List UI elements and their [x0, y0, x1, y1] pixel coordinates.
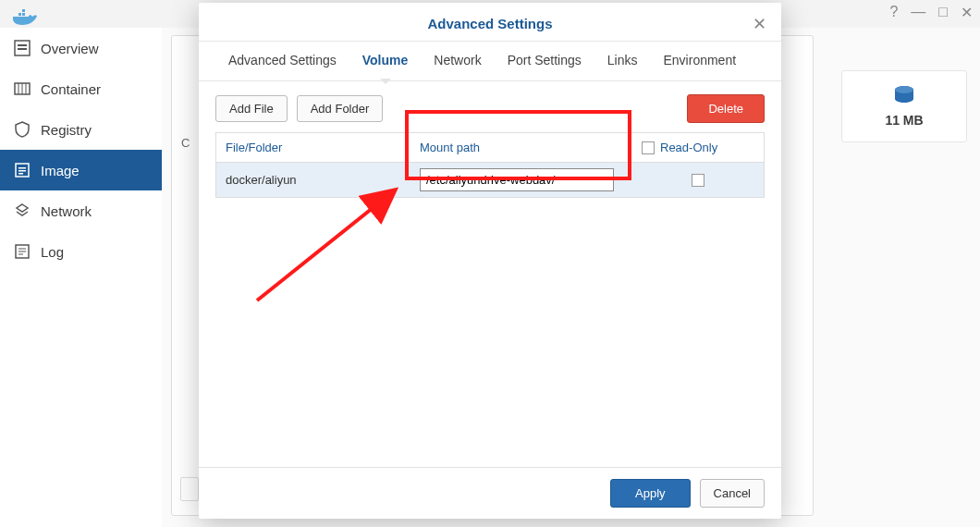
tab-advanced-settings[interactable]: Advanced Settings: [215, 42, 349, 80]
storage-size: 11 MB: [885, 113, 923, 128]
log-icon: [13, 242, 31, 261]
storage-info-card: 11 MB: [841, 70, 967, 142]
sidebar-item-label: Container: [41, 81, 101, 97]
mount-path-input[interactable]: [420, 168, 614, 191]
modal-footer: Apply Cancel: [199, 467, 781, 519]
sidebar-item-image[interactable]: Image: [0, 150, 162, 190]
sidebar-item-overview[interactable]: Overview: [0, 28, 162, 68]
sidebar-item-registry[interactable]: Registry: [0, 109, 162, 150]
delete-button[interactable]: Delete: [687, 94, 765, 123]
maximize-icon[interactable]: □: [938, 4, 948, 21]
sidebar-item-label: Log: [41, 244, 64, 260]
docker-whale-icon: [13, 6, 39, 30]
advanced-settings-modal: Advanced Settings ✕ Advanced Settings Vo…: [199, 3, 781, 519]
tab-volume[interactable]: Volume: [349, 42, 422, 80]
add-folder-button[interactable]: Add Folder: [297, 95, 384, 122]
apply-button[interactable]: Apply: [610, 479, 691, 508]
minimize-icon[interactable]: —: [911, 4, 925, 21]
read-only-header-checkbox[interactable]: [642, 141, 655, 154]
container-icon: [13, 80, 31, 98]
close-window-icon[interactable]: ✕: [961, 4, 973, 21]
cell-file-folder: docker/aliyun: [216, 163, 410, 197]
disk-icon: [892, 85, 916, 109]
sidebar-item-log[interactable]: Log: [0, 231, 162, 272]
header-file-folder: File/Folder: [216, 133, 410, 162]
svg-rect-2: [18, 48, 27, 50]
table-row[interactable]: docker/aliyun: [216, 163, 764, 197]
network-icon: [13, 202, 31, 220]
add-file-button[interactable]: Add File: [215, 95, 288, 122]
image-icon: [13, 161, 31, 179]
header-mount-path: Mount path: [410, 133, 632, 162]
modal-title: Advanced Settings: [199, 3, 781, 41]
header-read-only-label: Read-Only: [660, 141, 717, 154]
tab-port-settings[interactable]: Port Settings: [495, 42, 594, 80]
svg-rect-9: [18, 170, 26, 172]
svg-point-16: [895, 86, 913, 93]
volume-table: File/Folder Mount path Read-Only docker/…: [215, 132, 765, 198]
volume-toolbar: Add File Add Folder Delete: [199, 81, 781, 132]
sidebar-item-label: Image: [41, 163, 80, 178]
inner-panel-partial: C: [172, 129, 200, 157]
sidebar: Overview Container Registry Image Networ…: [0, 28, 162, 527]
overview-icon: [13, 39, 31, 57]
read-only-checkbox[interactable]: [692, 174, 704, 187]
svg-rect-10: [18, 173, 23, 175]
help-icon[interactable]: ?: [889, 4, 898, 21]
tab-links[interactable]: Links: [594, 42, 651, 80]
registry-icon: [13, 120, 31, 139]
sidebar-item-container[interactable]: Container: [0, 68, 162, 109]
svg-rect-1: [18, 44, 27, 46]
svg-rect-8: [18, 167, 26, 169]
sidebar-item-label: Overview: [41, 41, 99, 56]
sidebar-item-label: Network: [41, 203, 92, 219]
table-header: File/Folder Mount path Read-Only: [216, 133, 764, 163]
modal-tabs: Advanced Settings Volume Network Port Se…: [199, 41, 781, 81]
sidebar-item-network[interactable]: Network: [0, 190, 162, 231]
tab-network[interactable]: Network: [421, 42, 494, 80]
partial-element: [180, 477, 199, 501]
window-controls: ? — □ ✕: [889, 4, 973, 21]
sidebar-item-label: Registry: [41, 122, 92, 138]
tab-environment[interactable]: Environment: [650, 42, 749, 80]
header-read-only: Read-Only: [632, 133, 764, 162]
close-icon[interactable]: ✕: [753, 14, 766, 34]
cancel-button[interactable]: Cancel: [700, 479, 765, 508]
